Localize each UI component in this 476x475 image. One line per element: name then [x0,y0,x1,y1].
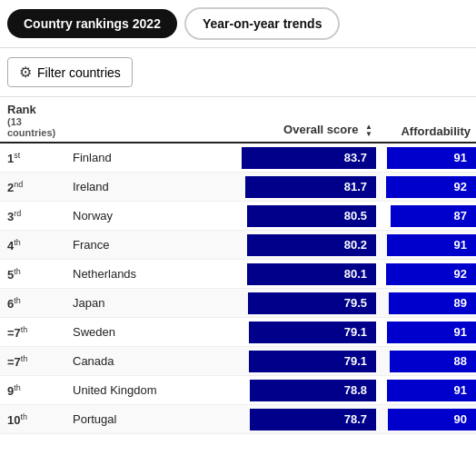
score-value: 80.1 [340,267,372,281]
table-row: 4th France 80.2 91 [0,231,476,260]
affordability-value: 92 [445,180,472,193]
filter-countries-button[interactable]: ⚙ Filter countries [7,57,133,87]
table-row: 6th Japan 79.5 89 [0,289,476,318]
score-cell: 79.5 [231,290,376,317]
table-row: 9th United Kingdom 78.8 91 [0,376,476,405]
score-cell: 80.5 [231,203,376,230]
affordability-value: 88 [445,354,472,368]
score-cell: 80.1 [231,261,376,288]
rank-header: Rank (13 countries) [0,103,73,138]
table-row: 10th Portugal 78.7 90 [0,405,476,434]
score-value: 78.7 [340,412,372,426]
table-row: 1st Finland 83.7 91 [0,143,476,173]
affordability-value: 87 [445,209,472,223]
rank-cell: 3rd [0,209,73,223]
table-row: 3rd Norway 80.5 87 [0,202,476,231]
affordability-cell: 91 [376,319,476,346]
affordability-value: 91 [445,383,472,397]
tab-country-rankings[interactable]: Country rankings 2022 [7,9,177,38]
table-row: 5th Netherlands 80.1 92 [0,260,476,289]
score-value: 79.1 [340,354,372,368]
score-cell: 78.8 [231,377,376,404]
affordability-value: 91 [445,325,472,339]
affordability-cell: 91 [376,377,476,404]
country-cell: France [73,238,231,252]
header-tabs: Country rankings 2022 Year-on-year trend… [0,0,476,48]
rank-cell: 4th [0,238,73,252]
score-value: 79.5 [340,296,372,310]
country-cell: United Kingdom [73,383,231,397]
filter-icon: ⚙ [19,64,32,81]
affordability-value: 92 [445,267,472,281]
score-value: 80.2 [340,238,372,252]
country-cell: Sweden [73,325,231,339]
score-value: 79.1 [340,325,372,339]
score-cell: 79.1 [231,319,376,346]
overall-score-header[interactable]: Overall score [231,123,376,138]
table-row: =7th Sweden 79.1 91 [0,318,476,347]
affordability-cell: 91 [376,144,476,172]
score-value: 81.7 [340,180,372,193]
affordability-value: 91 [445,238,472,252]
country-cell: Ireland [73,180,231,193]
affordability-cell: 91 [376,232,476,259]
affordability-value: 90 [445,412,472,426]
table-row: =7th Canada 79.1 88 [0,347,476,376]
affordability-cell: 89 [376,290,476,317]
country-cell: Portugal [73,412,231,426]
affordability-cell: 88 [376,348,476,375]
filter-label: Filter countries [37,65,121,80]
rank-cell: 5th [0,267,73,282]
score-cell: 83.7 [231,144,376,172]
rankings-table: Rank (13 countries) Overall score Afford… [0,97,476,434]
score-value: 83.7 [340,151,372,164]
affordability-header: Affordability [376,124,476,138]
rank-cell: 9th [0,383,73,398]
table-body: 1st Finland 83.7 91 2nd Ireland 81.7 92 … [0,143,476,434]
country-cell: Canada [73,354,231,368]
rank-cell: =7th [0,325,73,340]
table-row: 2nd Ireland 81.7 92 [0,173,476,202]
rank-cell: 6th [0,296,73,311]
rank-cell: =7th [0,354,73,369]
country-cell: Japan [73,296,231,310]
affordability-cell: 92 [376,173,476,201]
score-cell: 80.2 [231,232,376,259]
score-cell: 78.7 [231,406,376,433]
affordability-cell: 87 [376,203,476,230]
affordability-cell: 92 [376,261,476,288]
score-cell: 79.1 [231,348,376,375]
tab-year-on-year[interactable]: Year-on-year trends [184,7,341,40]
score-cell: 81.7 [231,173,376,201]
score-value: 78.8 [340,383,372,397]
rank-cell: 2nd [0,180,73,194]
sort-icon[interactable] [365,124,372,138]
affordability-value: 89 [445,296,472,310]
score-value: 80.5 [340,209,372,223]
rank-cell: 10th [0,412,73,427]
table-header: Rank (13 countries) Overall score Afford… [0,97,476,143]
affordability-cell: 90 [376,406,476,433]
affordability-value: 91 [445,151,472,164]
country-cell: Netherlands [73,267,231,281]
rank-cell: 1st [0,151,73,165]
country-cell: Finland [73,151,231,164]
country-cell: Norway [73,209,231,223]
filter-bar: ⚙ Filter countries [0,48,476,97]
